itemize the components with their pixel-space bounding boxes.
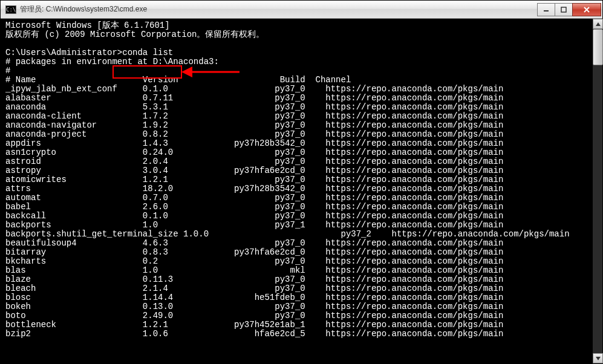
chevron-down-icon — [596, 357, 601, 360]
table-row: bzip2 1.0.6 hfa6e2cd_5 https://repo.anac… — [5, 330, 590, 339]
table-row: anaconda-navigator 1.9.2 py37_0 https://… — [5, 121, 590, 130]
table-row: bottleneck 1.2.1 py37h452e1ab_1 https://… — [5, 320, 590, 330]
table-row: beautifulsoup4 4.6.3 py37_0 https://repo… — [5, 239, 590, 248]
terminal-area: Microsoft Windows [版本 6.1.7601]版权所有 (c) … — [1, 19, 602, 363]
table-row: anaconda 5.3.1 py37_0 https://repo.anaco… — [5, 103, 590, 112]
table-row: astroid 2.0.4 py37_0 https://repo.anacon… — [5, 157, 590, 166]
vertical-scrollbar[interactable] — [592, 19, 602, 363]
hash-line: # — [5, 67, 590, 76]
table-row: blas 1.0 mkl https://repo.anaconda.com/p… — [5, 266, 590, 275]
table-row: anaconda-project 0.8.2 py37_0 https://re… — [5, 130, 590, 139]
table-row: bkcharts 0.2 py37_0 https://repo.anacond… — [5, 257, 590, 266]
table-row: backcall 0.1.0 py37_0 https://repo.anaco… — [5, 212, 590, 221]
scroll-up-button[interactable] — [593, 19, 603, 29]
svg-marker-4 — [596, 22, 601, 26]
svg-rect-1 — [561, 7, 566, 12]
table-row: astropy 3.0.4 py37hfa6e2cd_0 https://rep… — [5, 166, 590, 175]
cmd-window: C:\ 管理员: C:\Windows\system32\cmd.exe Mic… — [0, 0, 603, 364]
minimize-icon — [543, 7, 549, 13]
terminal-output[interactable]: Microsoft Windows [版本 6.1.7601]版权所有 (c) … — [1, 19, 592, 363]
table-row: boto 2.49.0 py37_0 https://repo.anaconda… — [5, 311, 590, 320]
table-row: bitarray 0.8.3 py37hfa6e2cd_0 https://re… — [5, 248, 590, 257]
copyright-line: 版权所有 (c) 2009 Microsoft Corporation。保留所有… — [5, 30, 590, 39]
table-row: alabaster 0.7.11 py37_0 https://repo.ana… — [5, 94, 590, 103]
maximize-icon — [561, 7, 567, 13]
table-row: blaze 0.11.3 py37_0 https://repo.anacond… — [5, 275, 590, 284]
close-icon — [583, 7, 590, 13]
table-row: automat 0.7.0 py37_0 https://repo.anacon… — [5, 193, 590, 203]
scroll-thumb[interactable] — [593, 29, 603, 65]
table-row: asn1crypto 0.24.0 py37_0 https://repo.an… — [5, 148, 590, 157]
close-button[interactable] — [572, 3, 601, 16]
table-row: backports.shutil_get_terminal_size 1.0.0… — [5, 230, 590, 239]
cmd-icon: C:\ — [5, 5, 16, 14]
scroll-down-button[interactable] — [593, 353, 603, 363]
svg-marker-5 — [596, 357, 601, 360]
table-row: appdirs 1.4.3 py37h28b3542_0 https://rep… — [5, 139, 590, 148]
window-title: 管理员: C:\Windows\system32\cmd.exe — [20, 4, 538, 15]
table-row: attrs 18.2.0 py37h28b3542_0 https://repo… — [5, 184, 590, 193]
chevron-up-icon — [596, 22, 601, 26]
titlebar[interactable]: C:\ 管理员: C:\Windows\system32\cmd.exe — [1, 1, 602, 19]
window-controls — [538, 3, 601, 16]
table-row: backports 1.0 py37_1 https://repo.anacon… — [5, 221, 590, 230]
env-line: # packages in environment at D:\Anaconda… — [5, 57, 590, 67]
table-row: blosc 1.14.4 he51fdeb_0 https://repo.ana… — [5, 293, 590, 302]
table-row: bleach 2.1.4 py37_0 https://repo.anacond… — [5, 284, 590, 293]
blank-line — [5, 39, 590, 48]
table-row: babel 2.6.0 py37_0 https://repo.anaconda… — [5, 203, 590, 212]
table-row: bokeh 0.13.0 py37_0 https://repo.anacond… — [5, 302, 590, 311]
table-row: atomicwrites 1.2.1 py37_0 https://repo.a… — [5, 175, 590, 184]
version-line: Microsoft Windows [版本 6.1.7601] — [5, 21, 590, 30]
table-header: # Name Version Build Channel — [5, 76, 590, 85]
minimize-button[interactable] — [537, 3, 555, 16]
prompt-line: C:\Users\Administrator>conda list — [5, 48, 590, 57]
table-row: anaconda-client 1.7.2 py37_0 https://rep… — [5, 112, 590, 121]
maximize-button[interactable] — [555, 3, 573, 16]
table-row: _ipyw_jlab_nb_ext_conf 0.1.0 py37_0 http… — [5, 85, 590, 94]
